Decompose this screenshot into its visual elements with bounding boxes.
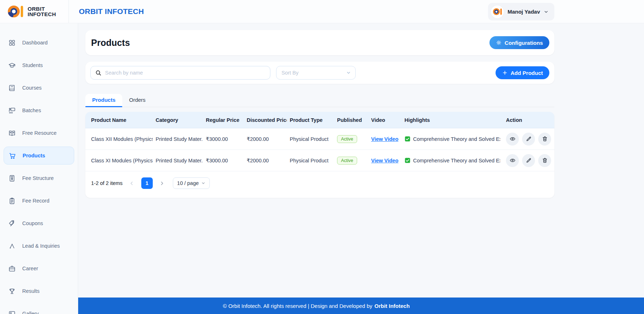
sort-by-placeholder: Sort By (281, 70, 299, 76)
table-row: Class XII Modules (Physics, ...Printed S… (85, 128, 554, 150)
app-root: ORBIT INFOTECH ORBIT INFOTECH Manoj Yada… (0, 0, 644, 314)
configurations-label: Configurations (505, 40, 543, 46)
sidebar-item-fee-structure[interactable]: Fee Structure (4, 171, 74, 185)
table-row: Class XI Modules (Physics, ...Printed St… (85, 150, 554, 171)
sidebar-item-label: Courses (22, 85, 42, 91)
sidebar-item-label: Fee Structure (22, 175, 54, 181)
add-product-button[interactable]: Add Product (496, 66, 549, 79)
tab-orders[interactable]: Orders (122, 94, 152, 107)
cell-highlights: Comprehensive Theory and Solved Exa... (402, 136, 503, 142)
chevron-down-icon (544, 9, 549, 14)
user-avatar (491, 5, 504, 18)
cell-published: Active (334, 157, 368, 165)
sidebar-item-label: Fee Record (22, 198, 49, 204)
sidebar-item-results[interactable]: Results (4, 284, 74, 298)
tab-bar: Products Orders (85, 94, 554, 107)
tab-products[interactable]: Products (85, 94, 122, 107)
sidebar-item-coupons[interactable]: Coupons (4, 216, 74, 230)
sidebar-item-label: Coupons (22, 220, 43, 226)
sidebar-item-label: Free Resource (22, 130, 57, 136)
sidebar-item-lead-inquiries[interactable]: Lead & Inquiries (4, 239, 74, 253)
products-table-card: Product NameCategoryRegular PriceDiscoun… (85, 112, 554, 198)
cell-published: Active (334, 135, 368, 143)
page-number-button[interactable]: 1 (141, 177, 153, 189)
ads-icon (8, 242, 16, 250)
sidebar-item-gallery[interactable]: Gallery (4, 306, 74, 314)
sidebar-item-batches[interactable]: Batches (4, 103, 74, 118)
search-input[interactable] (90, 66, 270, 80)
cell-regular-price: ₹3000.00 (203, 136, 244, 142)
user-menu[interactable]: Manoj Yadav (488, 3, 554, 20)
image-icon (8, 310, 16, 314)
open-book-icon (8, 129, 16, 137)
top-header: ORBIT INFOTECH ORBIT INFOTECH Manoj Yada… (0, 0, 644, 23)
sidebar-item-career[interactable]: Career (4, 261, 74, 276)
page-size-select[interactable]: 10 / page (173, 177, 210, 189)
cell-discounted-price: ₹2000.00 (244, 158, 287, 163)
column-header: Product Type (287, 117, 334, 123)
view-video-link[interactable]: View Video (371, 158, 398, 163)
column-header: Highlights (402, 117, 503, 123)
sidebar-item-courses[interactable]: Courses (4, 81, 74, 95)
trash-icon (542, 157, 548, 163)
sidebar-item-fee-record[interactable]: Fee Record (4, 194, 74, 208)
graduation-cap-icon (8, 61, 16, 69)
cell-action (503, 133, 554, 146)
footer-text-wrap: © Orbit Infotech. All rights reserved | … (78, 298, 554, 314)
briefcase-icon (8, 265, 16, 272)
pencil-icon (526, 136, 532, 142)
book-icon (8, 84, 16, 92)
view-button[interactable] (506, 154, 519, 167)
next-page-button[interactable] (158, 177, 166, 189)
view-video-link[interactable]: View Video (371, 136, 398, 142)
invoice-icon (8, 174, 16, 182)
brand-logo-text: ORBIT INFOTECH (28, 6, 56, 17)
logo-line2: INFOTECH (28, 11, 56, 17)
brand-logo-area[interactable]: ORBIT INFOTECH (0, 0, 69, 23)
sidebar-item-label: Career (22, 266, 38, 271)
previous-page-button[interactable] (128, 177, 136, 189)
sidebar-item-dashboard[interactable]: Dashboard (4, 35, 74, 50)
status-badge: Active (337, 135, 357, 143)
sidebar: DashboardStudentsCoursesBatchesFree Reso… (0, 23, 78, 314)
pencil-icon (526, 157, 532, 163)
cell-product-name: Class XII Modules (Physics, ... (85, 136, 153, 142)
column-header: Discounted Price (244, 117, 287, 123)
sidebar-item-products[interactable]: Products (4, 147, 74, 165)
checked-checkbox-icon (404, 136, 411, 142)
configurations-button[interactable]: Configurations (489, 36, 549, 49)
delete-button[interactable] (538, 133, 551, 146)
status-badge: Active (337, 157, 357, 165)
highlights-text: Comprehensive Theory and Solved Exa... (413, 158, 500, 163)
tag-icon (8, 219, 16, 227)
pagination: 1-2 of 2 items 1 10 / page (85, 171, 554, 196)
trophy-icon (8, 287, 16, 295)
footer-brand-link[interactable]: Orbit Infotech (374, 303, 409, 309)
sidebar-item-label: Students (22, 62, 43, 68)
edit-button[interactable] (522, 154, 535, 167)
plus-icon (502, 70, 508, 76)
cell-video: View Video (368, 158, 402, 163)
cell-video: View Video (368, 136, 402, 142)
page-title: Products (91, 38, 130, 48)
edit-button[interactable] (522, 133, 535, 146)
column-header: Published (334, 117, 368, 123)
cell-product-name: Class XI Modules (Physics, ... (85, 158, 153, 163)
toolbar-card: Sort By Add Product (85, 62, 554, 84)
footer-text: © Orbit Infotech. All rights reserved | … (223, 303, 372, 309)
sidebar-item-students[interactable]: Students (4, 58, 74, 72)
sort-by-select[interactable]: Sort By (276, 66, 356, 80)
cell-discounted-price: ₹2000.00 (244, 136, 287, 142)
trash-icon (542, 136, 548, 142)
main-content: Products Configurations Sort By (78, 23, 644, 314)
cell-category: Printed Study Mater... (153, 136, 203, 142)
view-button[interactable] (506, 133, 519, 146)
delete-button[interactable] (538, 154, 551, 167)
sidebar-item-label: Gallery (22, 311, 39, 314)
cell-action (503, 154, 554, 167)
gear-icon (496, 40, 502, 46)
table-body: Class XII Modules (Physics, ...Printed S… (85, 128, 554, 171)
sidebar-item-free-resource[interactable]: Free Resource (4, 126, 74, 140)
sidebar-item-label: Batches (22, 108, 41, 113)
footer: © Orbit Infotech. All rights reserved | … (78, 298, 644, 314)
